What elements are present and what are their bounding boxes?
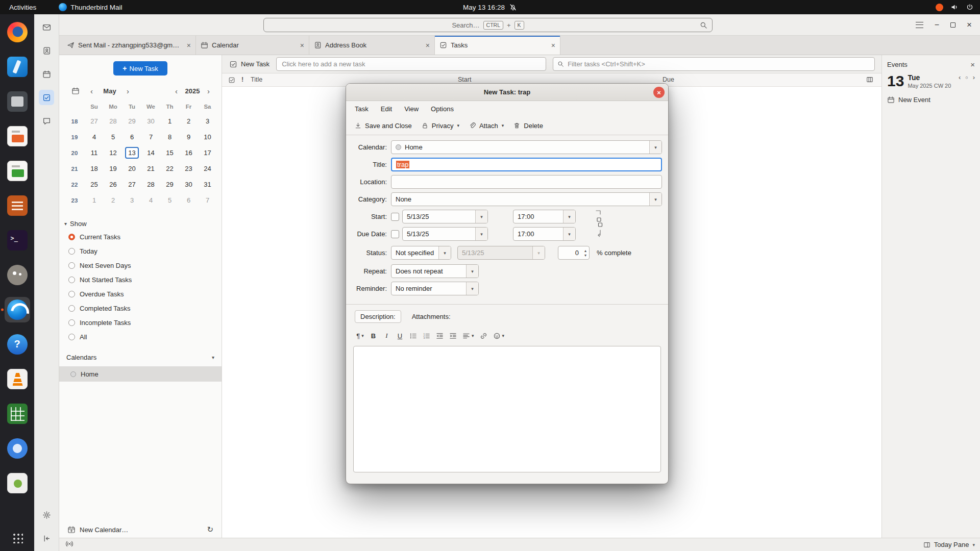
category-select[interactable]: None ▾ <box>391 192 662 206</box>
space-tasks-button[interactable] <box>39 90 54 105</box>
close-button[interactable]: × <box>967 20 972 30</box>
show-option-not-started-tasks[interactable]: Not Started Tasks <box>59 272 222 287</box>
due-time-input[interactable]: 17:00 ▾ <box>513 227 576 241</box>
next-year-button[interactable]: › <box>204 87 213 95</box>
tab-close-icon[interactable]: × <box>187 41 191 49</box>
calendar-select[interactable]: Home ▾ <box>391 140 662 154</box>
minical-day[interactable]: 31 <box>198 179 217 190</box>
minical-day[interactable]: 4 <box>85 131 104 143</box>
today-pane-toggle[interactable]: Today Pane ▾ <box>923 541 975 548</box>
dock-item-impress[interactable] <box>5 123 30 149</box>
link-dates-icon[interactable] <box>594 208 603 241</box>
minical-day[interactable]: 9 <box>179 131 198 143</box>
spaces-settings-button[interactable] <box>39 507 54 522</box>
minical-day[interactable]: 6 <box>122 131 141 143</box>
reminder-select[interactable]: No reminder ▾ <box>391 282 479 295</box>
start-date-input[interactable]: 5/13/25 ▾ <box>402 210 488 223</box>
focused-app-indicator[interactable]: Thunderbird Mail <box>59 3 122 11</box>
minical-day[interactable]: 2 <box>179 115 198 127</box>
minical-day[interactable]: 24 <box>198 163 217 174</box>
dialog-close-button[interactable]: × <box>653 87 665 98</box>
due-date-checkbox[interactable] <box>391 230 399 238</box>
filter-tasks-field[interactable] <box>568 60 870 68</box>
dock-item-thunderbird[interactable] <box>5 297 30 322</box>
minical-day[interactable]: 16 <box>179 147 198 159</box>
tab-close-icon[interactable]: × <box>551 41 555 49</box>
due-date-input[interactable]: 5/13/25 ▾ <box>402 227 488 241</box>
minical-day[interactable]: 7 <box>198 194 217 206</box>
calendars-section-header[interactable]: Calendars ▾ <box>59 351 222 363</box>
minical-day[interactable]: 20 <box>122 163 141 174</box>
align-button[interactable]: ▾ <box>462 332 474 340</box>
tab-address-book[interactable]: Address Book × <box>309 36 435 55</box>
minical-day[interactable]: 1 <box>85 194 104 206</box>
minical-day[interactable]: 29 <box>160 179 179 190</box>
minical-day[interactable]: 10 <box>198 131 217 143</box>
dock-item-firefox[interactable] <box>5 19 30 45</box>
tab-description[interactable]: Description: <box>355 310 401 323</box>
dock-item-help[interactable] <box>5 332 30 357</box>
minical-day[interactable]: 17 <box>198 147 217 159</box>
minical-day[interactable]: 26 <box>104 179 122 190</box>
save-and-close-button[interactable]: Save and Close <box>354 122 412 130</box>
minical-day[interactable]: 7 <box>141 131 160 143</box>
minimize-button[interactable]: − <box>935 20 939 30</box>
space-calendar-button[interactable] <box>39 66 54 82</box>
column-title[interactable]: Title <box>251 76 262 83</box>
minical-day[interactable]: 8 <box>160 131 179 143</box>
close-icon[interactable]: × <box>970 60 975 69</box>
tab-tasks[interactable]: Tasks × <box>435 36 560 55</box>
bold-button[interactable]: B <box>370 332 377 340</box>
status-select[interactable]: Not specified ▾ <box>391 246 451 260</box>
minical-day[interactable]: 5 <box>160 194 179 206</box>
dock-item-gnumeric[interactable] <box>5 401 30 427</box>
show-option-next-seven-days[interactable]: Next Seven Days <box>59 258 222 272</box>
minical-day[interactable]: 29 <box>122 115 141 127</box>
italic-button[interactable]: I <box>383 332 390 340</box>
column-start[interactable]: Start <box>458 76 471 83</box>
next-month-button[interactable]: › <box>123 87 133 95</box>
today-button[interactable]: ○ <box>965 75 968 80</box>
minical-day[interactable]: 13 <box>122 147 141 159</box>
show-option-completed-tasks[interactable]: Completed Tasks <box>59 301 222 315</box>
month-label[interactable]: May <box>96 87 123 95</box>
dialog-titlebar[interactable]: New Task: trap × <box>346 84 668 101</box>
minical-day[interactable]: 19 <box>104 163 122 174</box>
attach-button[interactable]: Attach ▾ <box>469 122 504 130</box>
system-tray[interactable] <box>936 0 974 14</box>
minical-day[interactable]: 28 <box>141 179 160 190</box>
show-option-overdue-tasks[interactable]: Overdue Tasks <box>59 287 222 301</box>
year-label[interactable]: 2025 <box>181 87 204 95</box>
dock-item-draw[interactable] <box>5 193 30 218</box>
maximize-button[interactable] <box>950 22 955 28</box>
minical-day[interactable]: 28 <box>104 115 122 127</box>
dock-item-terminal[interactable] <box>5 228 30 253</box>
bullet-list-button[interactable] <box>409 332 417 340</box>
column-picker-icon[interactable] <box>866 76 873 85</box>
dock-item-vscode[interactable] <box>5 54 30 80</box>
refresh-calendars-icon[interactable]: ↻ <box>207 525 213 534</box>
minical-day[interactable]: 14 <box>141 147 160 159</box>
privacy-button[interactable]: Privacy ▾ <box>421 122 459 130</box>
description-editor[interactable] <box>353 346 661 472</box>
insert-smiley-button[interactable]: ▾ <box>493 332 505 340</box>
activities-button[interactable]: Activities <box>0 0 45 14</box>
numbered-list-button[interactable]: 123 <box>423 332 430 340</box>
minical-day[interactable]: 18 <box>85 163 104 174</box>
next-day-button[interactable]: › <box>973 73 975 81</box>
network-status-icon[interactable] <box>65 540 74 549</box>
minical-day[interactable]: 22 <box>160 163 179 174</box>
column-completed-icon[interactable] <box>228 77 235 85</box>
minical-day[interactable]: 27 <box>122 179 141 190</box>
show-option-today[interactable]: Today <box>59 244 222 258</box>
minical-day[interactable]: 23 <box>179 163 198 174</box>
prev-day-button[interactable]: ‹ <box>959 73 961 81</box>
minical-day[interactable]: 25 <box>85 179 104 190</box>
column-priority[interactable]: ! <box>241 76 243 83</box>
minical-day[interactable]: 30 <box>179 179 198 190</box>
menu-edit[interactable]: Edit <box>381 105 392 113</box>
space-mail-button[interactable] <box>39 19 54 35</box>
dock-item-text-editor[interactable] <box>5 89 30 114</box>
column-due[interactable]: Due <box>663 76 674 83</box>
show-option-all[interactable]: All <box>59 330 222 344</box>
